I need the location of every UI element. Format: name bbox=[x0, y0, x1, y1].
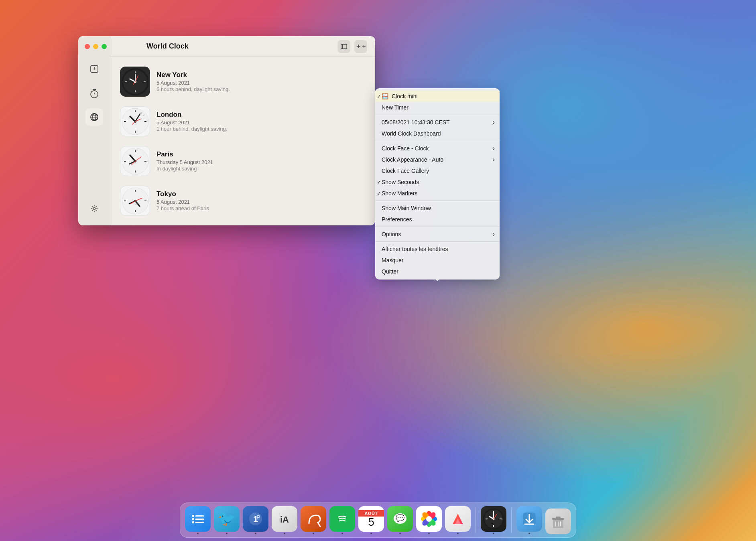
dock-dot bbox=[197, 533, 199, 534]
svg-line-16 bbox=[96, 210, 96, 211]
menu-item-show-seconds[interactable]: Show Seconds bbox=[375, 176, 500, 188]
dock-item-photos[interactable] bbox=[416, 506, 442, 534]
dock-item-things[interactable] bbox=[185, 506, 211, 534]
clock-offset: 6 hours behind, daylight saving. bbox=[156, 86, 230, 92]
reeder-icon bbox=[301, 506, 326, 532]
clock-date: Thursday 5 August 2021 bbox=[156, 159, 213, 165]
svg-line-15 bbox=[92, 206, 93, 207]
menu-item-preferences[interactable]: Preferences bbox=[375, 214, 500, 225]
dock-item-reeder[interactable] bbox=[301, 506, 326, 534]
dock-item-trash[interactable] bbox=[545, 509, 571, 534]
svg-rect-73 bbox=[192, 521, 194, 523]
pixelmator-icon bbox=[445, 506, 471, 532]
spotify-icon bbox=[329, 506, 355, 532]
menu-item-clock-face-gallery[interactable]: Clock Face Gallery bbox=[375, 165, 500, 176]
menu-label: New Timer bbox=[382, 104, 408, 111]
clock-info-new-york: New York 5 August 2021 6 hours behind, d… bbox=[156, 71, 230, 92]
sidebar-item-world[interactable] bbox=[85, 108, 103, 126]
menu-item-show-all-windows[interactable]: Afficher toutes les fenêtres bbox=[375, 243, 500, 255]
dock-dot bbox=[255, 533, 256, 534]
clock-list: New York 5 August 2021 6 hours behind, d… bbox=[110, 57, 375, 225]
svg-line-17 bbox=[96, 206, 96, 207]
dock-item-messages[interactable]: 💬 bbox=[387, 506, 413, 534]
menu-item-clock-face[interactable]: Clock Face - Clock bbox=[375, 143, 500, 154]
dock-dot bbox=[493, 533, 494, 534]
clock-face-paris bbox=[120, 146, 150, 176]
clock-item-london[interactable]: London 5 August 2021 1 hour behind, dayl… bbox=[118, 103, 367, 140]
window-content: World Clock + + bbox=[110, 36, 375, 225]
menu-item-show-markers[interactable]: Show Markers bbox=[375, 188, 500, 199]
menu-item-datetime[interactable]: 05/08/2021 10:43:30 CEST bbox=[375, 117, 500, 128]
svg-point-46 bbox=[134, 121, 136, 122]
menu-item-clock-mini[interactable]: 🪟 Clock mini bbox=[375, 91, 500, 102]
clock-city: London bbox=[156, 111, 227, 119]
svg-text:iA: iA bbox=[280, 515, 289, 525]
close-button[interactable] bbox=[85, 44, 90, 49]
menu-label: Clock Appearance - Auto bbox=[382, 156, 443, 163]
menu-item-quit[interactable]: Quitter bbox=[375, 266, 500, 277]
dock-item-downloads[interactable] bbox=[516, 506, 542, 534]
clock-face-london bbox=[120, 106, 150, 136]
menu-item-world-clock-dashboard[interactable]: World Clock Dashboard bbox=[375, 128, 500, 139]
svg-point-79 bbox=[335, 512, 350, 526]
traffic-lights bbox=[85, 44, 107, 49]
menu-label: World Clock Dashboard bbox=[382, 130, 441, 137]
svg-rect-71 bbox=[192, 515, 194, 517]
clock-dock-icon bbox=[481, 506, 506, 532]
svg-line-18 bbox=[92, 210, 93, 211]
dock-item-clock[interactable] bbox=[481, 506, 506, 534]
menu-item-hide[interactable]: Masquer bbox=[375, 255, 500, 266]
dock-item-pixelmator[interactable] bbox=[445, 506, 471, 534]
clock-item-tokyo[interactable]: Tokyo 5 August 2021 7 hours ahead of Par… bbox=[118, 182, 367, 219]
dock-dot bbox=[428, 533, 430, 534]
menu-item-new-timer[interactable]: New Timer bbox=[375, 102, 500, 113]
menu-label: Quitter bbox=[382, 268, 398, 275]
menu-label: Masquer bbox=[382, 257, 403, 263]
clock-offset: In daylight saving bbox=[156, 166, 213, 172]
separator-5 bbox=[375, 241, 500, 242]
clock-info-london: London 5 August 2021 1 hour behind, dayl… bbox=[156, 111, 227, 132]
menu-item-clock-appearance[interactable]: Clock Appearance - Auto bbox=[375, 154, 500, 165]
sidebar-item-clock[interactable] bbox=[85, 60, 103, 78]
clock-offset: 1 hour behind, daylight saving. bbox=[156, 126, 227, 132]
minimize-button[interactable] bbox=[93, 44, 98, 49]
dock-item-spotify[interactable] bbox=[329, 506, 355, 534]
clock-face-tokyo bbox=[120, 186, 150, 216]
dock: 🐦 1 P iA bbox=[180, 503, 576, 538]
svg-point-92 bbox=[426, 516, 432, 522]
clock-item-paris[interactable]: Paris Thursday 5 August 2021 In daylight… bbox=[118, 143, 367, 179]
menu-label: Show Seconds bbox=[382, 179, 419, 185]
sidebar-item-timer[interactable] bbox=[85, 84, 103, 102]
svg-point-57 bbox=[134, 160, 136, 162]
clock-item-new-york[interactable]: New York 5 August 2021 6 hours behind, d… bbox=[118, 63, 367, 100]
dock-dot bbox=[226, 533, 228, 534]
menu-label: Clock mini bbox=[392, 93, 418, 99]
things-icon bbox=[185, 506, 211, 532]
menu-item-options[interactable]: Options bbox=[375, 229, 500, 240]
dock-dot bbox=[457, 533, 459, 534]
ia-writer-icon: iA bbox=[272, 506, 297, 532]
dock-item-calendar[interactable]: AOÛT 5 bbox=[358, 506, 384, 534]
clock-info-paris: Paris Thursday 5 August 2021 In daylight… bbox=[156, 150, 213, 172]
dock-dot bbox=[370, 533, 372, 534]
dock-item-tweetbot[interactable]: 🐦 bbox=[214, 506, 240, 534]
dock-dot bbox=[399, 533, 401, 534]
separator-2 bbox=[375, 141, 500, 141]
menu-label: Show Main Window bbox=[382, 205, 431, 211]
svg-point-103 bbox=[493, 519, 494, 519]
sidebar bbox=[78, 36, 110, 225]
svg-text:P: P bbox=[256, 514, 260, 521]
context-menu: 🪟 Clock mini New Timer 05/08/2021 10:43:… bbox=[375, 88, 500, 280]
svg-rect-69 bbox=[192, 518, 194, 520]
svg-text:💬: 💬 bbox=[396, 514, 405, 523]
sidebar-item-settings[interactable] bbox=[85, 200, 103, 217]
titlebar bbox=[78, 36, 375, 57]
clock-date: 5 August 2021 bbox=[156, 80, 230, 86]
dock-item-ia-writer[interactable]: iA bbox=[272, 506, 297, 534]
menu-item-show-main-window[interactable]: Show Main Window bbox=[375, 203, 500, 214]
dock-dot bbox=[341, 533, 343, 534]
dock-item-1password[interactable]: 1 P bbox=[243, 506, 268, 534]
photos-icon bbox=[416, 506, 442, 532]
maximize-button[interactable] bbox=[102, 44, 107, 49]
trash-icon bbox=[545, 509, 571, 534]
